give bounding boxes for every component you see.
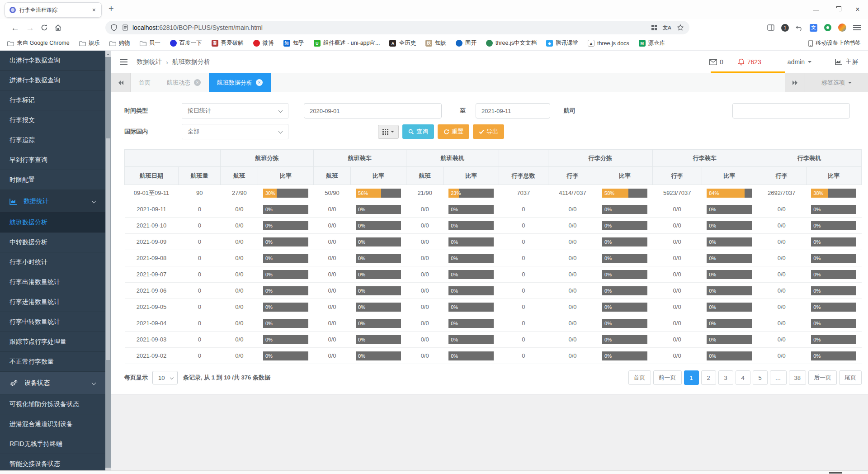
sidebar-item[interactable]: 早到行李查询 — [0, 150, 105, 170]
sidebar-item[interactable]: 进港行李数据查询 — [0, 71, 105, 90]
sidebar-item[interactable]: 中转数据分析 — [0, 232, 105, 252]
content-tab[interactable]: 航班数据分析× — [209, 73, 271, 92]
bookmark-item[interactable]: 来自 Google Chrome — [7, 39, 70, 47]
translate-extension-icon[interactable]: 文 — [810, 24, 817, 32]
home-icon[interactable] — [54, 24, 62, 31]
sidebar-item[interactable]: 行李标记 — [0, 90, 105, 110]
sidebar-section[interactable]: 数据统计 — [0, 190, 105, 213]
extension-green-icon[interactable] — [824, 24, 831, 31]
sidebar-item[interactable]: 可视化辅助分拣设备状态 — [0, 394, 105, 414]
mobile-bookmarks-button[interactable]: 移动设备上的书签 — [808, 39, 861, 47]
column-toggle-button[interactable] — [378, 125, 399, 139]
scroll-up-icon[interactable] — [105, 51, 111, 57]
scroll-tabs-right-button[interactable] — [785, 73, 805, 92]
sidebar-item[interactable]: 行李进港数量统计 — [0, 292, 105, 312]
url-text[interactable]: localhost:62810/BOP-PLUS/System/main.htm… — [132, 24, 646, 31]
content-tab[interactable]: 首页 — [131, 73, 159, 92]
browser-tab[interactable]: 行李全流程跟踪 × — [5, 2, 102, 18]
bookmark-item[interactable]: U组件概述 - uni-app官... — [314, 39, 380, 47]
sidebar-item[interactable]: 行李出港数量统计 — [0, 272, 105, 292]
sidebar-scrollbar[interactable] — [105, 51, 111, 474]
sidebar-item[interactable]: 航班数据分析 — [0, 213, 105, 232]
history-arrow-icon[interactable] — [796, 24, 803, 31]
content-tab[interactable]: 航班动态× — [159, 73, 209, 92]
bookmark-item[interactable]: A全历史 — [389, 39, 416, 47]
minimize-button[interactable]: — — [806, 0, 826, 19]
date-to-input[interactable]: 2021-09-11 — [476, 103, 550, 118]
reset-button[interactable]: 重置 — [438, 124, 469, 139]
bookmark-star-icon[interactable] — [677, 24, 684, 31]
sidebar-item[interactable]: RFID无线手持终端 — [0, 434, 105, 454]
bookmark-item[interactable]: ◆腾讯课堂 — [546, 39, 578, 47]
bookmark-item[interactable]: 知知乎 — [283, 39, 304, 47]
shield-icon[interactable] — [111, 24, 117, 31]
bookmark-item[interactable]: ▲three.js docs — [588, 39, 629, 47]
sidebar-item[interactable]: 行李中转数量统计 — [0, 312, 105, 332]
page-button[interactable]: 3 — [718, 370, 733, 385]
restore-button[interactable] — [826, 0, 847, 19]
bookmark-item[interactable]: 国开 — [456, 39, 476, 47]
time-type-select[interactable]: 按日统计 — [182, 103, 288, 118]
page-button[interactable]: 尾页 — [839, 370, 862, 385]
page-info-icon[interactable] — [123, 24, 128, 31]
back-icon[interactable]: ← — [11, 24, 19, 32]
tab-close-icon[interactable]: × — [256, 79, 263, 86]
tab-options-button[interactable]: 标签选项 — [805, 73, 868, 92]
side-panel-icon[interactable] — [767, 24, 774, 31]
sidebar-item[interactable]: 跟踪节点行李处理量 — [0, 332, 105, 352]
date-from-input[interactable]: 2020-09-01 — [304, 103, 442, 118]
extension-grid-icon[interactable] — [651, 24, 657, 31]
notifications-button[interactable]: 7623 — [738, 58, 761, 66]
bookmarks-bar: 来自 Google Chrome娱乐购物贝一百度一下吾吾爱破解微博知知乎U组件概… — [0, 36, 868, 51]
page-button[interactable]: 1 — [684, 370, 699, 385]
mail-button[interactable]: 0 — [709, 58, 723, 66]
bookmark-item[interactable]: three.js中文文档 — [486, 39, 537, 47]
sidebar-item[interactable]: 出港行李数据查询 — [0, 51, 105, 71]
bookmark-item[interactable]: 百度一下 — [170, 39, 202, 47]
user-menu[interactable]: admin — [788, 58, 811, 66]
sidebar-item[interactable]: 进港混合通道识别设备 — [0, 414, 105, 434]
per-page-select[interactable]: 10 — [152, 371, 178, 384]
bookmark-item[interactable]: 微博 — [253, 39, 274, 47]
intl-domestic-select[interactable]: 全部 — [182, 124, 288, 139]
new-tab-button[interactable]: + — [108, 4, 114, 14]
bookmark-item[interactable]: M源仓库 — [639, 39, 665, 47]
sidebar-section[interactable]: 设备状态 — [0, 372, 105, 394]
scroll-tabs-left-button[interactable] — [111, 73, 131, 92]
page-button[interactable]: 5 — [753, 370, 768, 385]
forward-icon[interactable]: → — [26, 24, 34, 32]
bookmark-item[interactable]: 吾吾爱破解 — [212, 39, 244, 47]
main-screen-button[interactable]: 主屏 — [835, 58, 858, 66]
sidebar-item[interactable]: 行李小时统计 — [0, 252, 105, 272]
sidebar-item[interactable]: 行李报文 — [0, 110, 105, 130]
page-button[interactable]: 后一页 — [808, 370, 837, 385]
bookmark-item[interactable]: 购物 — [109, 39, 130, 47]
page-button[interactable]: 2 — [701, 370, 716, 385]
page-button[interactable]: 38 — [789, 370, 806, 385]
scrollbar-thumb[interactable] — [106, 138, 110, 360]
page-button[interactable]: 前一页 — [653, 370, 682, 385]
url-bar[interactable]: localhost:62810/BOP-PLUS/System/main.htm… — [105, 21, 689, 34]
sidebar-item[interactable]: 行李追踪 — [0, 130, 105, 150]
extension-badge-icon[interactable]: 1 — [781, 24, 789, 32]
airline-input[interactable] — [732, 103, 850, 118]
browser-menu-icon[interactable] — [853, 24, 861, 32]
sidebar-item[interactable]: 时限配置 — [0, 170, 105, 190]
search-button[interactable]: 查询 — [402, 124, 434, 139]
page-button[interactable]: 4 — [736, 370, 750, 385]
bookmark-item[interactable]: 娱乐 — [79, 39, 100, 47]
profile-avatar[interactable] — [838, 24, 846, 32]
translate-icon[interactable]: 文A — [663, 24, 671, 31]
reload-icon[interactable] — [41, 24, 48, 31]
tab-close-icon[interactable]: × — [194, 79, 201, 86]
tab-close-icon[interactable]: × — [90, 6, 98, 14]
page-button[interactable]: 首页 — [628, 370, 651, 385]
breadcrumb-parent[interactable]: 数据统计 — [137, 58, 162, 66]
sidebar-item[interactable]: 不正常行李数量 — [0, 352, 105, 372]
page-button[interactable]: … — [770, 370, 787, 385]
close-button[interactable]: × — [847, 0, 868, 19]
bookmark-item[interactable]: 妖知妖 — [425, 39, 446, 47]
export-button[interactable]: 导出 — [473, 124, 504, 139]
menu-toggle-icon[interactable] — [120, 58, 127, 66]
bookmark-item[interactable]: 贝一 — [140, 39, 160, 47]
